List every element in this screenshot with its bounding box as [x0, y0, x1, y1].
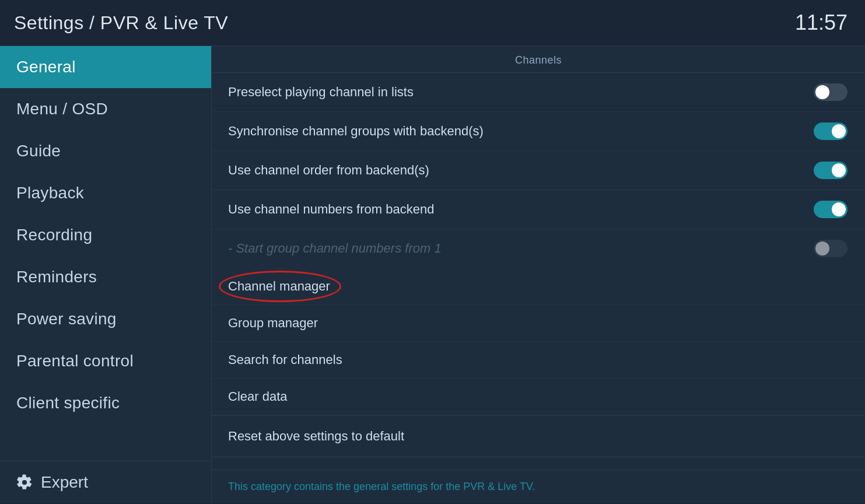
sidebar-item-client-specific[interactable]: Client specific [0, 382, 211, 424]
toggle-start-group[interactable] [814, 240, 848, 257]
action-group-manager[interactable]: Group manager [212, 305, 865, 342]
page-title: Settings / PVR & Live TV [14, 12, 228, 34]
sidebar-item-reminders[interactable]: Reminders [0, 256, 211, 298]
action-label-channel-manager: Channel manager [228, 279, 330, 294]
divider-2 [212, 457, 865, 457]
channels-section-header: Channels [212, 46, 865, 73]
toggle-knob-preselect [815, 85, 829, 99]
setting-channel-order[interactable]: Use channel order from backend(s) [212, 151, 865, 190]
toggle-channel-numbers[interactable] [814, 201, 848, 218]
sidebar-item-menu-osd[interactable]: Menu / OSD [0, 88, 211, 130]
action-label-clear-data: Clear data [228, 389, 288, 404]
sidebar-item-playback[interactable]: Playback [0, 172, 211, 214]
expert-label: Expert [41, 473, 88, 492]
setting-channel-numbers[interactable]: Use channel numbers from backend [212, 190, 865, 229]
header: Settings / PVR & Live TV 11:57 [0, 0, 865, 46]
action-search-channels[interactable]: Search for channels [212, 342, 865, 379]
content-footer: This category contains the general setti… [212, 470, 865, 503]
sidebar-item-expert[interactable]: Expert [0, 461, 211, 503]
setting-label-start-group: - Start group channel numbers from 1 [228, 241, 442, 256]
content-scroll: Channels Preselect playing channel in li… [212, 46, 865, 470]
setting-label-preselect: Preselect playing channel in lists [228, 85, 414, 100]
sidebar-item-guide[interactable]: Guide [0, 130, 211, 172]
toggle-knob-start-group [815, 242, 829, 256]
sidebar-item-power-saving[interactable]: Power saving [0, 298, 211, 340]
content-panel: Channels Preselect playing channel in li… [211, 46, 865, 503]
setting-preselect-playing[interactable]: Preselect playing channel in lists [212, 73, 865, 112]
reset-label: Reset above settings to default [228, 429, 404, 444]
footer-description: This category contains the general setti… [228, 481, 535, 492]
action-clear-data[interactable]: Clear data [212, 379, 865, 415]
toggle-synchronise[interactable] [814, 123, 848, 140]
clock: 11:57 [795, 10, 848, 35]
setting-label-channel-order: Use channel order from backend(s) [228, 163, 429, 178]
action-label-search-channels: Search for channels [228, 352, 342, 368]
sidebar-nav: General Menu / OSD Guide Playback Record… [0, 46, 211, 424]
toggle-knob-synchronise [832, 124, 846, 138]
action-reset[interactable]: Reset above settings to default [212, 416, 865, 457]
toggle-preselect[interactable] [814, 83, 848, 101]
sidebar-item-parental-control[interactable]: Parental control [0, 340, 211, 382]
action-channel-manager[interactable]: Channel manager [212, 268, 865, 305]
sidebar: General Menu / OSD Guide Playback Record… [0, 46, 211, 503]
main-container: General Menu / OSD Guide Playback Record… [0, 46, 865, 503]
sidebar-item-general[interactable]: General [0, 46, 211, 88]
setting-start-group-numbers[interactable]: - Start group channel numbers from 1 [212, 229, 865, 268]
toggle-knob-channel-numbers [832, 202, 846, 216]
setting-label-channel-numbers: Use channel numbers from backend [228, 202, 434, 217]
toggle-knob-channel-order [832, 163, 846, 177]
sidebar-item-recording[interactable]: Recording [0, 214, 211, 256]
toggle-channel-order[interactable] [814, 162, 848, 179]
gear-icon [16, 474, 33, 491]
action-label-group-manager: Group manager [228, 316, 318, 331]
setting-synchronise-groups[interactable]: Synchronise channel groups with backend(… [212, 112, 865, 151]
setting-label-synchronise: Synchronise channel groups with backend(… [228, 124, 484, 139]
